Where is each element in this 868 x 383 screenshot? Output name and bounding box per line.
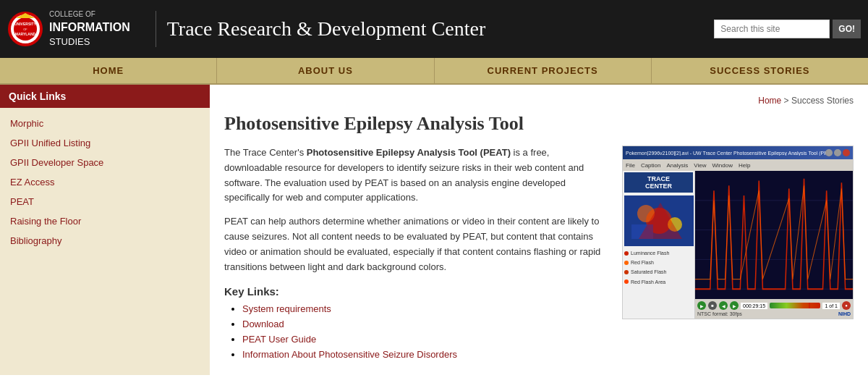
key-links-section: Key Links: System requirements Download … [224, 285, 608, 360]
menu-window: Window [712, 162, 732, 169]
legend-item: Saturated Flash [624, 268, 693, 276]
play-btn: ▶ [697, 301, 706, 310]
peat-legend: Luminance Flash Red Flash Saturated Flas… [624, 249, 693, 286]
sidebar-item-morphic[interactable]: Morphic [0, 114, 210, 133]
legend-red-label: Red Flash [631, 258, 654, 266]
menu-file: File [626, 162, 635, 169]
sidebar-item-ez-access[interactable]: EZ Access [0, 172, 210, 192]
content-area: Quick Links Morphic GPII Unified Listing… [0, 85, 868, 375]
breadcrumb-current: Success Stories [791, 96, 854, 106]
breadcrumb: Home > Success Stories [224, 96, 854, 106]
trace-logo: TRACECENTER [624, 172, 693, 193]
download-link[interactable]: Download [242, 319, 284, 329]
college-line3: STUDIES [49, 35, 130, 49]
site-header: UNIVERSITY OF MARYLAND COLLEGE OF INFORM… [0, 0, 868, 58]
peat-video-frame [624, 195, 694, 246]
peat-controls: ▶ ■ ◀ ▶ 000:29:15 1 of 1 [695, 299, 853, 319]
nav-home[interactable]: HOME [0, 58, 217, 83]
sidebar-item-raising-floor[interactable]: Raising the Floor [0, 211, 210, 231]
main-nav: HOME ABOUT US CURRENT PROJECTS SUCCESS S… [0, 58, 868, 85]
prev-btn: ◀ [719, 301, 728, 310]
list-item: Download [242, 319, 608, 329]
search-form: GO! [714, 20, 861, 38]
peat-left-panel: TRACECENTER [623, 171, 695, 319]
breadcrumb-separator: > [784, 96, 791, 106]
menu-help: Help [739, 162, 750, 169]
peat-graph-svg [695, 171, 853, 319]
peat-bottom-row: NTSC format: 30fps NIHD [697, 311, 851, 316]
legend-dot-luminance [624, 251, 629, 256]
second-paragraph: PEAT can help authors determine whether … [224, 214, 608, 274]
search-button[interactable]: GO! [833, 20, 861, 38]
close-btn [843, 149, 850, 156]
progress-fill [770, 303, 820, 308]
intro-paragraph: The Trace Center's Photosensitive Epilep… [224, 146, 608, 206]
system-requirements-link[interactable]: System requirements [242, 303, 331, 314]
video-frame-svg [624, 195, 694, 246]
legend-dot-saturated [624, 270, 629, 274]
menu-analysis: Analysis [666, 162, 688, 169]
key-links-list: System requirements Download PEAT User G… [224, 303, 608, 360]
nav-projects[interactable]: CURRENT PROJECTS [435, 58, 652, 83]
sidebar-item-peat[interactable]: PEAT [0, 192, 210, 211]
menu-view: View [694, 162, 706, 169]
legend-item: Luminance Flash [624, 249, 693, 257]
peat-screenshot-inner: Pokemon[2996v2100][2].avi - UW Trace Cen… [623, 146, 853, 319]
peat-screenshot: Pokemon[2996v2100][2].avi - UW Trace Cen… [622, 146, 854, 319]
sidebar-item-gpii-listing[interactable]: GPII Unified Listing [0, 133, 210, 153]
header-logo: UNIVERSITY OF MARYLAND COLLEGE OF INFORM… [7, 9, 130, 49]
college-line1: COLLEGE OF [49, 9, 130, 20]
svg-text:UNIVERSITY: UNIVERSITY [14, 22, 37, 26]
user-guide-link[interactable]: PEAT User Guide [242, 334, 316, 345]
menu-caption: Caption [641, 162, 661, 169]
peat-title-text: Pokemon[2996v2100][2].avi - UW Trace Cen… [626, 151, 825, 156]
peat-controls-row: ▶ ■ ◀ ▶ 000:29:15 1 of 1 [697, 301, 851, 310]
peat-menubar: File Caption Analysis View Window Help [623, 159, 853, 171]
main-content: Home > Success Stories Photosensitive Ep… [210, 85, 868, 375]
legend-dot-red [624, 261, 629, 265]
list-item: System requirements [242, 303, 608, 314]
photosensitive-info-link[interactable]: Information About Photosensitive Seizure… [242, 349, 457, 360]
nav-about[interactable]: ABOUT US [217, 58, 434, 83]
text-section: The Trace Center's Photosensitive Epilep… [224, 146, 608, 364]
peat-window-controls [825, 149, 850, 156]
peat-graph-panel: ▶ ■ ◀ ▶ 000:29:15 1 of 1 [695, 171, 853, 319]
svg-text:MARYLAND: MARYLAND [15, 32, 36, 36]
counter-display: 1 of 1 [822, 303, 840, 309]
nihd-logo: NIHD [838, 311, 851, 316]
key-links-heading: Key Links: [224, 285, 608, 298]
analyze-btn: ● [842, 301, 851, 310]
legend-luminance-label: Luminance Flash [631, 249, 669, 257]
header-divider [156, 11, 156, 47]
progress-thumb [809, 303, 810, 308]
breadcrumb-home[interactable]: Home [758, 96, 781, 106]
fps-display: NTSC format: 30fps [697, 311, 742, 316]
legend-dot-red-area [624, 279, 629, 284]
search-input[interactable] [714, 20, 830, 38]
page-title: Photosensitive Epilepsy Analysis Tool [224, 113, 854, 135]
list-item: PEAT User Guide [242, 334, 608, 345]
college-line2: INFORMATION [49, 20, 130, 35]
legend-saturated-label: Saturated Flash [631, 268, 666, 276]
college-info: COLLEGE OF INFORMATION STUDIES [49, 9, 130, 49]
legend-red-area-label: Red Flash Area [631, 278, 665, 286]
maximize-btn [834, 149, 841, 156]
sidebar-item-bibliography[interactable]: Bibliography [0, 231, 210, 251]
umd-seal-icon: UNIVERSITY OF MARYLAND [7, 9, 43, 49]
next-btn: ▶ [730, 301, 739, 310]
minimize-btn [825, 149, 833, 156]
peat-body: TRACECENTER [623, 171, 853, 319]
progress-bar [770, 303, 820, 308]
quick-links-header: Quick Links [0, 85, 210, 108]
sidebar-item-gpii-dev[interactable]: GPII Developer Space [0, 153, 210, 172]
svg-text:OF: OF [23, 28, 27, 31]
site-title: Trace Research & Development Center [167, 17, 715, 41]
sidebar: Quick Links Morphic GPII Unified Listing… [0, 85, 210, 375]
nav-success[interactable]: SUCCESS STORIES [652, 58, 868, 83]
content-body: The Trace Center's Photosensitive Epilep… [224, 146, 854, 364]
legend-item: Red Flash [624, 258, 693, 266]
time-display: 000:29:15 [741, 303, 767, 309]
peat-titlebar: Pokemon[2996v2100][2].avi - UW Trace Cen… [623, 146, 853, 159]
stop-btn: ■ [708, 301, 717, 310]
peat-bold: Photosensitive Epilepsy Analysis Tool (P… [307, 147, 511, 158]
